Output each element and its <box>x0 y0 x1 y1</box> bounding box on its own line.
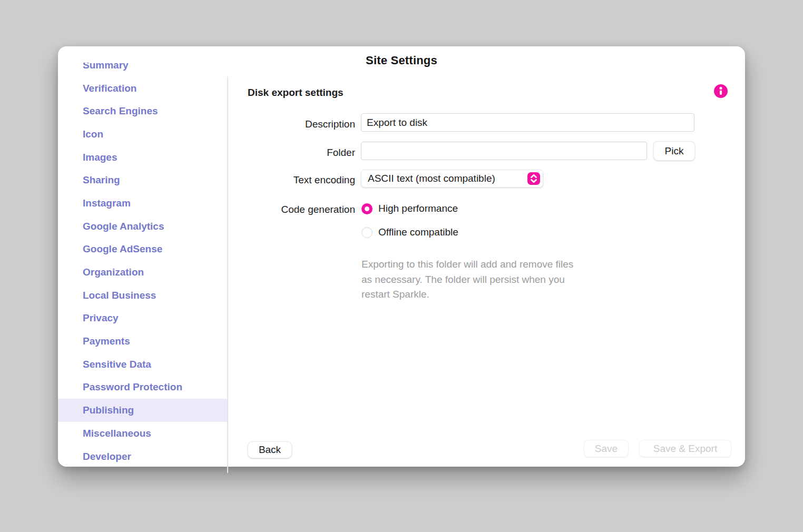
code-generation-label: Code generation <box>216 204 355 215</box>
sidebar-item-label: Local Business <box>83 290 156 301</box>
pick-button[interactable]: Pick <box>653 141 695 161</box>
description-label: Description <box>216 119 355 130</box>
sidebar-item-miscellaneous[interactable]: Miscellaneous <box>58 422 227 445</box>
chevron-up-down-icon <box>527 172 540 185</box>
sidebar-item-search-engines[interactable]: Search Engines <box>58 100 227 123</box>
sidebar-item-payments[interactable]: Payments <box>58 330 227 353</box>
sidebar-item-label: Google AdSense <box>83 243 162 255</box>
radio-option-high-performance[interactable]: High performance <box>361 203 458 214</box>
sidebar-item-verification[interactable]: Verification <box>58 77 227 100</box>
sidebar-item-label: Password Protection <box>83 381 182 393</box>
text-encoding-label: Text encoding <box>216 174 355 186</box>
text-encoding-select[interactable]: ASCII text (most compatible) <box>361 170 543 188</box>
sidebar-item-google-analytics[interactable]: Google Analytics <box>58 215 227 238</box>
sidebar-list: Summary Verification Search Engines Icon… <box>58 63 227 467</box>
sidebar-item-sensitive-data[interactable]: Sensitive Data <box>58 353 227 376</box>
helper-line: restart Sparkle. <box>361 287 635 302</box>
description-input[interactable] <box>361 113 694 132</box>
sidebar-item-organization[interactable]: Organization <box>58 261 227 284</box>
sidebar-item-label: Developer <box>83 451 131 462</box>
sidebar-item-instagram[interactable]: Instagram <box>58 192 227 215</box>
text-encoding-selected-value: ASCII text (most compatible) <box>368 173 495 184</box>
sidebar-item-password-protection[interactable]: Password Protection <box>58 376 227 399</box>
sidebar-item-label: Google Analytics <box>83 221 164 232</box>
back-button[interactable]: Back <box>248 441 292 458</box>
sidebar-item-label: Instagram <box>83 198 131 209</box>
folder-input[interactable] <box>361 142 647 160</box>
sidebar-item-label: Summary <box>83 63 129 71</box>
sidebar-item-label: Organization <box>83 267 144 278</box>
export-helper-text: Exporting to this folder will add and re… <box>361 257 635 302</box>
sidebar-item-label: Privacy <box>83 312 119 324</box>
sidebar-item-label: Miscellaneous <box>83 428 151 439</box>
sidebar-item-images[interactable]: Images <box>58 146 227 169</box>
sidebar-item-label: Payments <box>83 336 130 347</box>
helper-line: as necessary. The folder will persist wh… <box>361 272 635 288</box>
sidebar-divider <box>227 76 228 473</box>
sidebar-item-privacy[interactable]: Privacy <box>58 307 227 330</box>
radio-option-label: Offline compatible <box>378 226 458 238</box>
settings-sidebar[interactable]: Summary Verification Search Engines Icon… <box>58 63 227 467</box>
info-icon[interactable] <box>714 84 728 98</box>
save-button[interactable]: Save <box>584 440 629 457</box>
radio-unselected-icon[interactable] <box>361 227 373 238</box>
sidebar-item-sharing[interactable]: Sharing <box>58 169 227 192</box>
radio-option-label: High performance <box>378 203 458 214</box>
radio-option-offline-compatible[interactable]: Offline compatible <box>361 226 458 238</box>
sidebar-item-developer[interactable]: Developer <box>58 445 227 467</box>
site-settings-window: Site Settings Summary Verification Searc… <box>58 46 745 467</box>
sidebar-item-publishing[interactable]: Publishing <box>58 399 227 422</box>
helper-line: Exporting to this folder will add and re… <box>361 257 635 272</box>
radio-selected-icon[interactable] <box>361 203 373 214</box>
sidebar-item-google-adsense[interactable]: Google AdSense <box>58 238 227 261</box>
section-title: Disk export settings <box>248 87 344 98</box>
sidebar-item-label: Search Engines <box>83 105 158 117</box>
sidebar-item-local-business[interactable]: Local Business <box>58 284 227 307</box>
sidebar-item-label: Sensitive Data <box>83 359 151 370</box>
sidebar-item-summary[interactable]: Summary <box>58 63 227 77</box>
sidebar-item-label: Images <box>83 152 117 163</box>
sidebar-item-label: Icon <box>83 129 103 140</box>
sidebar-item-icon[interactable]: Icon <box>58 123 227 146</box>
sidebar-item-label: Publishing <box>83 405 134 416</box>
sidebar-item-label: Sharing <box>83 174 120 186</box>
save-and-export-button[interactable]: Save & Export <box>639 440 731 457</box>
sidebar-item-label: Verification <box>83 83 136 94</box>
folder-label: Folder <box>216 147 355 159</box>
